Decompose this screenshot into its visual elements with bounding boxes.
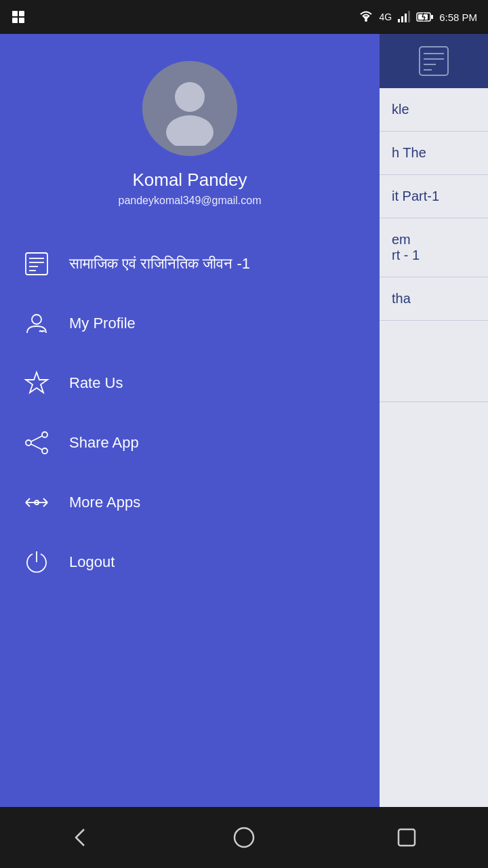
svg-point-23 — [32, 315, 41, 324]
menu-item-more[interactable]: More Apps — [0, 473, 380, 532]
svg-rect-18 — [26, 253, 47, 275]
svg-point-5 — [365, 19, 367, 22]
network-type: 4G — [379, 12, 392, 22]
svg-line-31 — [26, 498, 30, 502]
menu-label-logout: Logout — [69, 553, 115, 571]
list-item[interactable]: tha — [380, 277, 488, 321]
list-item[interactable]: h The — [380, 132, 488, 175]
svg-rect-0 — [12, 11, 18, 16]
avatar — [142, 61, 237, 156]
svg-point-25 — [42, 432, 47, 437]
menu-item-rate[interactable]: Rate Us — [0, 353, 380, 413]
star-icon — [20, 367, 53, 399]
status-time: 6:58 PM — [439, 12, 477, 23]
svg-line-33 — [43, 498, 47, 502]
svg-rect-9 — [408, 11, 410, 22]
menu-label-share: Share App — [69, 434, 139, 452]
svg-marker-24 — [26, 372, 47, 393]
svg-rect-7 — [401, 16, 403, 22]
svg-rect-1 — [19, 11, 24, 16]
menu-list: सामाजिक एवं राजिनितिक जीवन -1 My Profile — [0, 227, 380, 807]
status-bar-left — [11, 9, 30, 24]
svg-rect-43 — [399, 829, 415, 846]
svg-line-28 — [31, 436, 42, 441]
menu-item-articles[interactable]: सामाजिक एवं राजिनितिक जीवन -1 — [0, 234, 380, 294]
user-name: Komal Pandey — [132, 170, 247, 191]
svg-line-34 — [43, 502, 47, 507]
content-panel: kle h The it Part-1 em rt - 1 tha — [380, 34, 488, 807]
nav-bar — [0, 807, 488, 868]
status-icons: 4G 6:58 PM — [359, 11, 477, 23]
svg-rect-11 — [431, 15, 433, 19]
menu-label-more: More Apps — [69, 494, 140, 511]
list-item[interactable]: kle — [380, 88, 488, 132]
svg-rect-6 — [398, 19, 400, 22]
content-header — [380, 34, 488, 88]
user-email: pandeykomal349@gmail.com — [118, 195, 261, 207]
status-bar: 4G 6:58 PM — [0, 0, 488, 34]
svg-rect-2 — [12, 18, 18, 23]
svg-line-32 — [26, 502, 30, 507]
menu-item-profile[interactable]: My Profile — [0, 294, 380, 353]
svg-point-42 — [235, 828, 253, 847]
recents-button[interactable] — [386, 817, 427, 858]
svg-rect-3 — [19, 18, 24, 23]
more-apps-icon — [20, 486, 53, 519]
menu-label-articles: सामाजिक एवं राजिनितिक जीवन -1 — [69, 255, 250, 273]
drawer: Komal Pandey pandeykomal349@gmail.com सा… — [0, 34, 380, 807]
main-container: Komal Pandey pandeykomal349@gmail.com सा… — [0, 34, 488, 807]
back-button[interactable] — [61, 817, 102, 858]
svg-point-27 — [42, 448, 47, 454]
share-icon — [20, 427, 53, 459]
svg-point-26 — [26, 440, 31, 446]
svg-point-17 — [166, 115, 214, 146]
menu-label-profile: My Profile — [69, 315, 136, 332]
list-item[interactable] — [380, 321, 488, 402]
menu-label-rate: Rate Us — [69, 374, 123, 392]
svg-rect-8 — [405, 14, 407, 22]
svg-line-29 — [31, 444, 42, 450]
list-item[interactable]: em rt - 1 — [380, 218, 488, 277]
home-button[interactable] — [224, 817, 264, 858]
list-item[interactable]: it Part-1 — [380, 175, 488, 218]
svg-point-16 — [175, 82, 205, 112]
power-icon — [20, 546, 53, 578]
menu-item-logout[interactable]: Logout — [0, 532, 380, 592]
profile-icon — [20, 307, 53, 340]
content-items: kle h The it Part-1 em rt - 1 tha — [380, 88, 488, 807]
drawer-header: Komal Pandey pandeykomal349@gmail.com — [0, 34, 380, 227]
svg-rect-37 — [420, 47, 448, 75]
menu-item-share[interactable]: Share App — [0, 413, 380, 473]
article-icon — [20, 248, 53, 280]
